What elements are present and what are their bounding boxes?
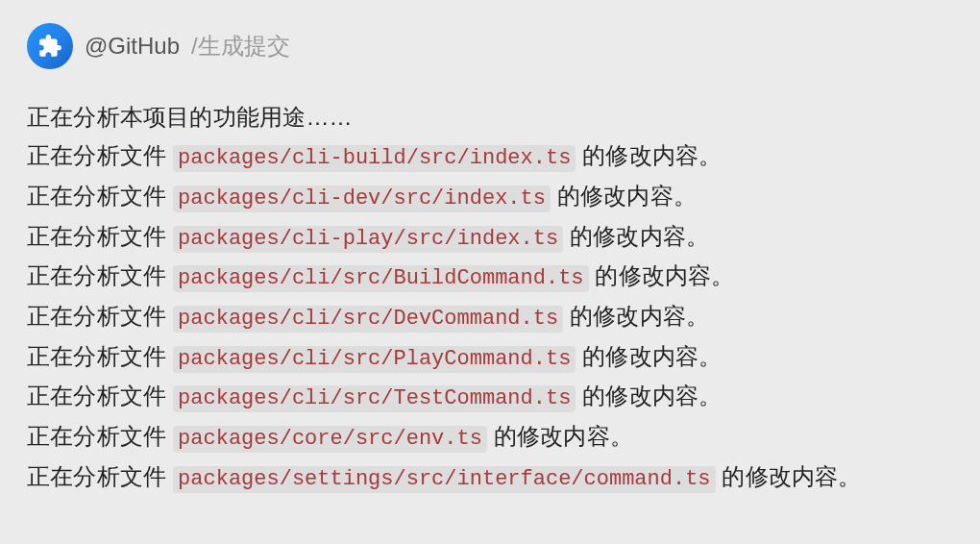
file-analysis-line: 正在分析文件 packages/cli/src/BuildCommand.ts … (27, 257, 953, 297)
message-content: 正在分析本项目的功能用途…… 正在分析文件 packages/cli-build… (27, 98, 953, 498)
file-path-token: packages/cli/src/TestCommand.ts (173, 385, 576, 412)
file-path-token: packages/settings/src/interface/command.… (173, 466, 716, 493)
line-suffix: 的修改内容。 (576, 142, 722, 168)
file-analysis-line: 正在分析文件 packages/cli-build/src/index.ts 的… (27, 136, 953, 177)
line-prefix: 正在分析文件 (27, 223, 173, 249)
line-prefix: 正在分析文件 (27, 303, 173, 329)
file-analysis-line: 正在分析文件 packages/settings/src/interface/c… (27, 457, 953, 498)
line-suffix: 的修改内容。 (487, 423, 633, 449)
line-suffix: 的修改内容。 (576, 383, 722, 408)
line-prefix: 正在分析文件 (27, 262, 173, 288)
line-suffix: 的修改内容。 (551, 183, 697, 209)
message-header: @GitHub /生成提交 (27, 23, 953, 69)
line-prefix: 正在分析文件 (27, 343, 173, 369)
line-prefix: 正在分析文件 (27, 463, 173, 489)
file-path-token: packages/cli/src/DevCommand.ts (173, 306, 563, 333)
line-suffix: 的修改内容。 (563, 223, 709, 249)
line-prefix: 正在分析文件 (27, 423, 173, 449)
file-path-token: packages/cli-build/src/index.ts (173, 145, 576, 172)
file-analysis-line: 正在分析文件 packages/cli/src/TestCommand.ts 的… (27, 377, 953, 417)
line-prefix: 正在分析文件 (27, 383, 173, 408)
slash-command: /生成提交 (191, 31, 290, 62)
author-handle[interactable]: @GitHub (85, 33, 180, 60)
puzzle-piece-icon (37, 34, 62, 59)
file-path-token: packages/cli-dev/src/index.ts (173, 185, 551, 212)
line-suffix: 的修改内容。 (563, 303, 709, 329)
intro-line: 正在分析本项目的功能用途…… (27, 98, 953, 136)
file-path-token: packages/core/src/env.ts (173, 426, 487, 453)
github-avatar (27, 23, 73, 69)
line-suffix: 的修改内容。 (576, 343, 722, 369)
line-prefix: 正在分析文件 (27, 183, 173, 209)
file-analysis-line: 正在分析文件 packages/core/src/env.ts 的修改内容。 (27, 417, 953, 457)
file-analysis-line: 正在分析文件 packages/cli/src/DevCommand.ts 的修… (27, 297, 953, 337)
line-prefix: 正在分析文件 (27, 142, 173, 168)
line-suffix: 的修改内容。 (716, 463, 862, 489)
file-analysis-line: 正在分析文件 packages/cli-dev/src/index.ts 的修改… (27, 177, 953, 217)
file-analysis-line: 正在分析文件 packages/cli/src/PlayCommand.ts 的… (27, 337, 953, 378)
file-path-token: packages/cli-play/src/index.ts (173, 226, 563, 253)
file-analysis-line: 正在分析文件 packages/cli-play/src/index.ts 的修… (27, 217, 953, 258)
line-suffix: 的修改内容。 (589, 262, 735, 288)
file-path-token: packages/cli/src/PlayCommand.ts (173, 346, 576, 373)
file-path-token: packages/cli/src/BuildCommand.ts (173, 265, 588, 292)
